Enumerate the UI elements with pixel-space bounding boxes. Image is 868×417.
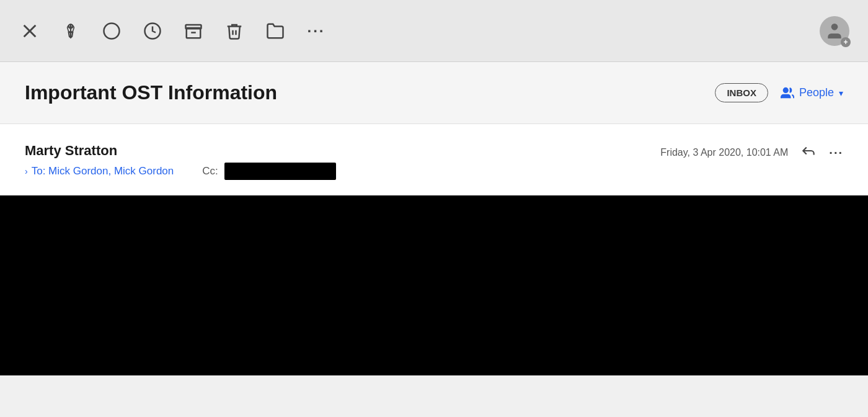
sender-name: Marty Stratton: [25, 143, 660, 159]
svg-rect-7: [186, 25, 202, 29]
to-field: To: Mick Gordon, Mick Gordon: [32, 165, 174, 177]
toolbar: ··· +: [0, 0, 868, 62]
email-date: Friday, 3 Apr 2020, 10:01 AM: [660, 147, 788, 158]
more-button[interactable]: ···: [305, 20, 327, 42]
svg-point-12: [784, 87, 788, 92]
people-button[interactable]: People ▾: [781, 86, 843, 100]
chevron-down-icon: ▾: [839, 88, 843, 98]
reply-button[interactable]: [800, 143, 817, 163]
cc-redacted: [224, 163, 336, 180]
delete-button[interactable]: [223, 20, 246, 42]
email-more-button[interactable]: ···: [829, 146, 843, 160]
meta-row: Friday, 3 Apr 2020, 10:01 AM ···: [660, 143, 843, 163]
email-content: [0, 195, 868, 375]
pin-button[interactable]: [60, 20, 82, 42]
sender-info: Marty Stratton › To: Mick Gordon, Mick G…: [25, 143, 660, 180]
circle-button[interactable]: [100, 20, 123, 42]
close-button[interactable]: [19, 20, 41, 42]
cc-label: Cc:: [202, 165, 218, 177]
plus-icon: +: [841, 37, 851, 47]
expand-chevron-icon[interactable]: ›: [25, 166, 28, 176]
email-header: Important OST Information INBOX People ▾: [0, 62, 868, 124]
email-subject: Important OST Information: [25, 81, 715, 104]
inbox-badge: INBOX: [715, 83, 768, 102]
email-body-header: Marty Stratton › To: Mick Gordon, Mick G…: [0, 124, 868, 195]
svg-point-4: [104, 23, 120, 38]
people-label: People: [799, 86, 834, 99]
to-row: › To: Mick Gordon, Mick Gordon Cc:: [25, 163, 660, 180]
clock-button[interactable]: [141, 20, 164, 42]
cc-section: Cc:: [202, 163, 336, 180]
add-contact-button[interactable]: +: [820, 16, 849, 46]
archive-button[interactable]: [182, 20, 205, 42]
folder-button[interactable]: [264, 20, 286, 42]
svg-point-11: [831, 24, 838, 30]
